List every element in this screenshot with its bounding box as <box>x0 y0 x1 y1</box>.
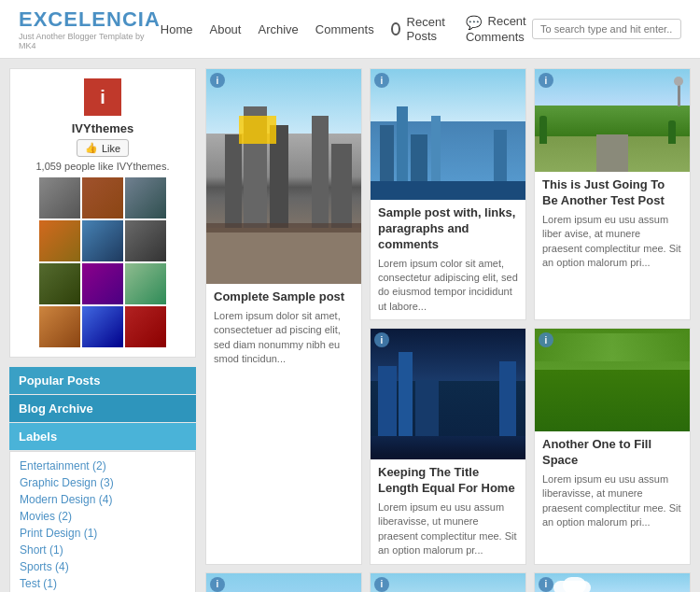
posts-grid: i <box>205 68 691 592</box>
post-excerpt: Lorem ipsum eu usu assum liberavisse, at… <box>542 472 682 530</box>
post-title: This is Just Going To Be Another Test Po… <box>542 177 682 209</box>
post-card-jeep: i <box>205 572 362 592</box>
avatar <box>39 306 80 347</box>
label-item[interactable]: Graphic Design (3) <box>20 474 186 491</box>
blog-archive-section[interactable]: Blog Archive <box>9 395 196 422</box>
post-card-bottom-center: i <box>370 572 526 592</box>
labels-section[interactable]: Labels <box>9 423 196 450</box>
facebook-like-button[interactable]: 👍 Like <box>77 139 129 157</box>
post-title: Keeping The Title Length Equal For Home <box>378 465 518 497</box>
nav-recent-posts[interactable]: Recent Posts <box>407 15 449 43</box>
label-item[interactable]: Print Design (1) <box>20 525 186 542</box>
post-body: This is Just Going To Be Another Test Po… <box>535 172 690 275</box>
post-excerpt: Lorem ipsum color sit amet, consectetur … <box>378 257 518 315</box>
nav-recent-posts-item: Recent Posts <box>391 15 449 43</box>
post-title: Sample post with, links, paragraphs and … <box>378 205 518 253</box>
avatar <box>39 177 80 218</box>
post-excerpt: Lorem ipsum eu usu assum liber avise, at… <box>542 213 682 271</box>
facebook-avatars <box>20 177 186 347</box>
clock-icon <box>391 22 400 35</box>
avatar <box>125 306 166 347</box>
info-icon: i <box>539 73 553 88</box>
info-icon: i <box>374 577 389 592</box>
avatar <box>39 263 80 304</box>
info-icon: i <box>539 577 553 592</box>
thumbs-up-icon: 👍 <box>85 142 98 154</box>
like-label: Like <box>102 143 120 154</box>
post-body: Another One to Fill Space Lorem ipsum eu… <box>535 431 690 535</box>
popular-posts-section[interactable]: Popular Posts <box>9 367 196 394</box>
avatar <box>125 177 166 218</box>
info-icon: i <box>210 577 225 592</box>
label-item[interactable]: Test (1) <box>20 575 186 592</box>
avatar <box>125 263 166 304</box>
post-title: Another One to Fill Space <box>542 437 682 469</box>
main-content: i <box>205 68 691 592</box>
nav-home[interactable]: Home <box>161 22 193 36</box>
facebook-widget: i IVYthemes 👍 Like 1,059 people like IVY… <box>9 68 196 358</box>
post-card-large: i <box>205 68 362 565</box>
label-item[interactable]: Sports (4) <box>20 558 186 575</box>
post-card-3: i This is Just Going To Be Another <box>534 68 691 320</box>
avatar <box>82 263 123 304</box>
avatar <box>82 220 123 261</box>
post-title: Complete Sample post <box>214 289 354 305</box>
avatar <box>125 220 166 261</box>
avatar <box>82 306 123 347</box>
wrapper: i IVYthemes 👍 Like 1,059 people like IVY… <box>0 59 700 592</box>
post-card-2: i Sample post with, links, paragraphs an… <box>370 68 526 320</box>
avatar <box>39 220 80 261</box>
label-item[interactable]: Entertainment (2) <box>20 458 186 474</box>
post-excerpt: Lorem ipsum eu usu assum liberavisse, ut… <box>378 500 518 558</box>
nav-comments[interactable]: Comments <box>315 22 374 36</box>
facebook-page-name: IVYthemes <box>20 121 186 135</box>
logo-tagline: Just Another Blogger Template by MK4 <box>19 32 161 50</box>
avatar <box>82 177 123 218</box>
label-item[interactable]: Short (1) <box>20 542 186 558</box>
post-excerpt: Lorem ipsum dolor sit amet, consectetuer… <box>214 309 354 367</box>
label-item[interactable]: Modern Design (4) <box>20 491 186 508</box>
post-body: Keeping The Title Length Equal For Home … <box>371 459 525 563</box>
info-icon: i <box>374 73 389 88</box>
post-body: Complete Sample post Lorem ipsum dolor s… <box>206 284 361 372</box>
nav-about[interactable]: About <box>209 22 241 36</box>
sidebar: i IVYthemes 👍 Like 1,059 people like IVY… <box>9 68 196 592</box>
facebook-likes-count: 1,059 people like IVYthemes. <box>20 161 186 172</box>
nav: Home About Archive Comments Recent Posts… <box>161 14 532 44</box>
info-icon: i <box>210 73 225 88</box>
header: EXCELENCIA Just Another Blogger Template… <box>0 0 700 59</box>
nav-recent-comments-item: 💬 Recent Comments <box>466 14 532 44</box>
post-card-4: i Keeping The Title Length Equal For Hom… <box>370 328 526 564</box>
search-bar <box>532 19 681 39</box>
facebook-logo: i <box>84 78 121 116</box>
post-card-5: i Another One to Fill Space Lorem ipsum … <box>534 328 691 564</box>
search-input[interactable] <box>532 19 681 39</box>
logo-area: EXCELENCIA Just Another Blogger Template… <box>19 7 161 50</box>
post-card-bottom-right: i <box>534 572 691 592</box>
nav-archive[interactable]: Archive <box>258 22 298 36</box>
labels-list: Entertainment (2)Graphic Design (3)Moder… <box>9 451 196 592</box>
label-item[interactable]: Movies (2) <box>20 508 186 525</box>
post-body: Sample post with, links, paragraphs and … <box>371 200 525 319</box>
logo-title: EXCELENCIA <box>19 7 161 32</box>
comment-icon: 💬 <box>466 15 482 30</box>
